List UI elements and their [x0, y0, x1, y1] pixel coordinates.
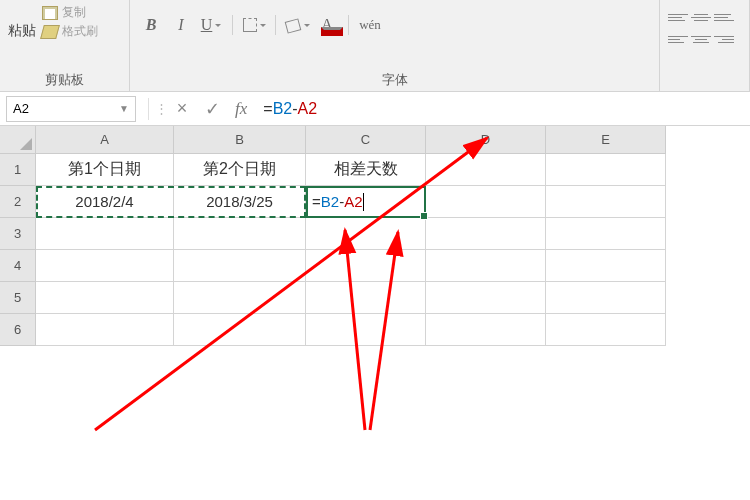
separator: [148, 98, 149, 120]
cell-b2[interactable]: 2018/3/25: [174, 186, 306, 218]
cell-b6[interactable]: [174, 314, 306, 346]
name-box[interactable]: A2 ▼: [6, 96, 136, 122]
separator: [348, 15, 349, 35]
column-header-c[interactable]: C: [306, 126, 426, 154]
cell-d5[interactable]: [426, 282, 546, 314]
align-left-button[interactable]: [668, 30, 688, 48]
cell-c3[interactable]: [306, 218, 426, 250]
cell-d2[interactable]: [426, 186, 546, 218]
row-header-1[interactable]: 1: [0, 154, 36, 186]
copy-label: 复制: [62, 4, 86, 21]
cell-c4[interactable]: [306, 250, 426, 282]
column-header-d[interactable]: D: [426, 126, 546, 154]
cell-b1[interactable]: 第2个日期: [174, 154, 306, 186]
column-header-e[interactable]: E: [546, 126, 666, 154]
align-right-button[interactable]: [714, 30, 734, 48]
cell-e1[interactable]: [546, 154, 666, 186]
cell-d1[interactable]: [426, 154, 546, 186]
cell-d4[interactable]: [426, 250, 546, 282]
bold-button[interactable]: B: [138, 12, 164, 38]
bucket-icon: [285, 18, 301, 32]
brush-icon: [40, 25, 60, 39]
formula-eq: =: [263, 100, 272, 117]
formula-ref-a2: A2: [298, 100, 318, 117]
formula-cancel-button[interactable]: ×: [167, 98, 197, 119]
cell-a6[interactable]: [36, 314, 174, 346]
cell-e5[interactable]: [546, 282, 666, 314]
fill-color-button[interactable]: [284, 12, 310, 38]
formula-enter-button[interactable]: ✓: [197, 98, 227, 120]
select-all-corner[interactable]: [0, 126, 36, 154]
cell-d3[interactable]: [426, 218, 546, 250]
format-painter-button[interactable]: 格式刷: [42, 23, 98, 40]
column-header-a[interactable]: A: [36, 126, 174, 154]
row-header-2[interactable]: 2: [0, 186, 36, 218]
name-box-value: A2: [13, 101, 29, 116]
font-group-label: 字体: [138, 67, 651, 89]
border-button[interactable]: [241, 12, 267, 38]
font-color-button[interactable]: A: [314, 12, 340, 38]
cell-c2[interactable]: =B2-A2: [306, 186, 426, 218]
align-center-button[interactable]: [691, 30, 711, 48]
cell-a4[interactable]: [36, 250, 174, 282]
cell-e2[interactable]: [546, 186, 666, 218]
cell-a1[interactable]: 第1个日期: [36, 154, 174, 186]
row-header-3[interactable]: 3: [0, 218, 36, 250]
cell-b4[interactable]: [174, 250, 306, 282]
cell-c1[interactable]: 相差天数: [306, 154, 426, 186]
format-painter-label: 格式刷: [62, 23, 98, 40]
expand-icon[interactable]: ⋮: [155, 101, 167, 116]
clipboard-group-label: 剪贴板: [8, 67, 121, 89]
italic-button[interactable]: I: [168, 12, 194, 38]
chevron-down-icon: ▼: [119, 103, 129, 114]
copy-button[interactable]: 复制: [42, 4, 98, 21]
row-header-6[interactable]: 6: [0, 314, 36, 346]
align-group-label: [668, 85, 741, 89]
font-color-a: A: [321, 16, 333, 34]
cell-c6[interactable]: [306, 314, 426, 346]
align-bottom-button[interactable]: [714, 8, 734, 26]
cell-e3[interactable]: [546, 218, 666, 250]
cell-e6[interactable]: [546, 314, 666, 346]
phonetic-button[interactable]: wén: [357, 12, 383, 38]
cell-d6[interactable]: [426, 314, 546, 346]
underline-button[interactable]: U: [198, 12, 224, 38]
cell-a3[interactable]: [36, 218, 174, 250]
formula-ref-b2: B2: [273, 100, 293, 117]
separator: [275, 15, 276, 35]
border-icon: [243, 18, 257, 32]
cell-b5[interactable]: [174, 282, 306, 314]
separator: [232, 15, 233, 35]
align-top-button[interactable]: [668, 8, 688, 26]
align-middle-button[interactable]: [691, 8, 711, 26]
column-header-b[interactable]: B: [174, 126, 306, 154]
copy-icon: [42, 6, 58, 20]
formula-bar[interactable]: =B2-A2: [255, 100, 750, 118]
fx-label[interactable]: fx: [235, 99, 247, 119]
cell-c5[interactable]: [306, 282, 426, 314]
cell-b3[interactable]: [174, 218, 306, 250]
row-header-4[interactable]: 4: [0, 250, 36, 282]
cell-a2[interactable]: 2018/2/4: [36, 186, 174, 218]
cell-a5[interactable]: [36, 282, 174, 314]
cell-e4[interactable]: [546, 250, 666, 282]
paste-button[interactable]: 粘贴: [8, 4, 36, 40]
row-header-5[interactable]: 5: [0, 282, 36, 314]
